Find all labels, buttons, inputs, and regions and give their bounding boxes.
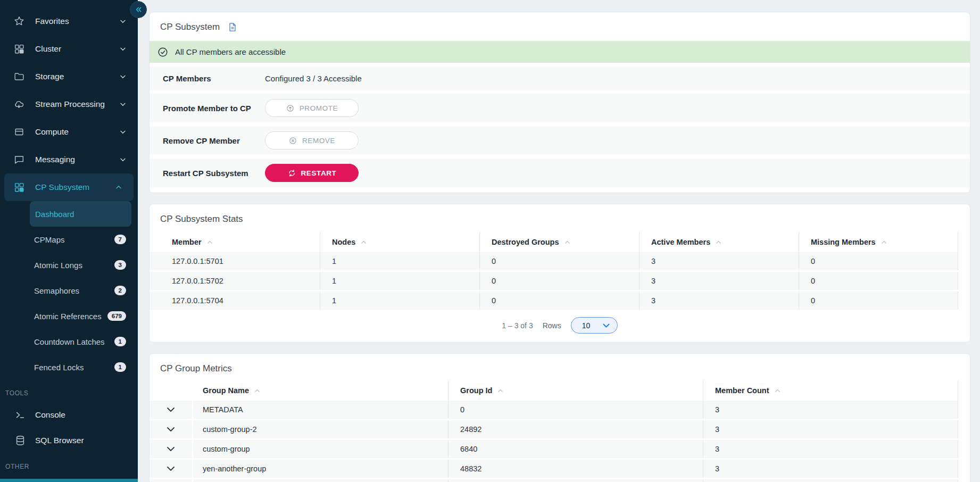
cell-group-name: custom-group-2 [193, 420, 448, 438]
chevron-down-icon [119, 17, 127, 26]
column-header-member-count[interactable]: Member Count [703, 380, 958, 401]
cell-group-id: 6840 [448, 440, 703, 458]
column-header-active-members[interactable]: Active Members [639, 232, 799, 252]
stats-card-title: CP Subsystem Stats [150, 214, 970, 225]
chevron-down-icon [119, 100, 127, 109]
cp-subsystem-stats-card: CP Subsystem Stats Member Nodes Destroye… [149, 204, 970, 343]
column-header-label: Group Name [203, 386, 249, 395]
x-circle-icon [288, 136, 297, 145]
sort-caret-icon [207, 240, 213, 244]
restart-button[interactable]: RESTART [265, 164, 359, 182]
sidebar-item-console[interactable]: Console [0, 402, 138, 428]
chevron-down-icon [119, 72, 127, 81]
sidebar-item-countdown-latches[interactable]: Countdown Latches 1 [0, 329, 138, 354]
sidebar-item-cpmaps[interactable]: CPMaps 7 [0, 227, 138, 252]
cell-member-count: 3 [703, 460, 958, 478]
sidebar-subitem-label: Fenced Locks [34, 363, 84, 372]
sidebar-collapse-button[interactable] [130, 1, 147, 18]
sidebar-item-favorites[interactable]: Favorites [0, 7, 138, 35]
page-title: CP Subsystem [160, 22, 220, 32]
sidebar-subitem-label: Atomic Longs [34, 261, 82, 270]
sidebar-item-cp-subsystem[interactable]: CP Subsystem [4, 173, 134, 201]
cell-group-name: custom-group [193, 440, 448, 458]
cell-destroyed-groups: 0 [479, 272, 639, 290]
count-badge: 2 [114, 286, 126, 295]
cp-subsystem-card: CP Subsystem All CP members are accessib… [149, 12, 970, 193]
count-badge: 1 [114, 362, 126, 372]
check-circle-icon [157, 46, 169, 58]
row-expander-button[interactable] [150, 420, 192, 438]
sidebar-item-stream-processing[interactable]: Stream Processing [0, 90, 138, 118]
cell-group-name: yen-another-group [193, 460, 448, 478]
count-badge: 7 [114, 235, 126, 244]
sidebar-item-atomic-longs[interactable]: Atomic Longs 3 [0, 252, 138, 278]
chevron-down-icon [167, 427, 175, 432]
sidebar-item-cluster[interactable]: Cluster [0, 35, 138, 63]
remove-member-row: Remove CP Member REMOVE [150, 126, 970, 155]
sidebar-item-messaging[interactable]: Messaging [0, 146, 138, 173]
sidebar-item-atomic-references[interactable]: Atomic References 679 [0, 303, 138, 329]
cell-member: 127.0.0.1:5702 [150, 272, 320, 290]
documentation-icon[interactable] [227, 22, 238, 32]
cell-member: 127.0.0.1:5701 [150, 252, 320, 270]
count-badge: 1 [114, 337, 126, 346]
cell-group-id: 48744 [448, 479, 703, 482]
column-header-destroyed-groups[interactable]: Destroyed Groups [479, 232, 639, 252]
remove-button[interactable]: REMOVE [265, 131, 359, 149]
column-header-member[interactable]: Member [150, 232, 320, 252]
cell-group-name: METADATA [193, 401, 448, 419]
sidebar-item-label: Favorites [35, 16, 69, 26]
card-title-row: CP Subsystem [150, 12, 970, 41]
expander-column-header [150, 380, 192, 401]
column-header-missing-members[interactable]: Missing Members [799, 232, 958, 252]
folder-icon [13, 70, 26, 83]
row-label: Restart CP Subsystem [150, 169, 265, 178]
row-expander-button[interactable] [150, 401, 192, 419]
row-expander-button[interactable] [150, 440, 192, 458]
cell-destroyed-groups: 0 [479, 252, 639, 270]
row-expander-button[interactable] [150, 479, 192, 482]
column-header-nodes[interactable]: Nodes [320, 232, 479, 252]
cp-members-row: CP Members Configured 3 / 3 Accessible [150, 67, 970, 90]
chevron-down-icon [119, 155, 127, 164]
column-header-label: Group Id [460, 386, 492, 395]
sidebar-item-dashboard[interactable]: Dashboard [30, 201, 131, 227]
chevron-down-icon [119, 45, 127, 53]
sidebar-subitem-label: Atomic References [34, 312, 102, 321]
sort-caret-icon [497, 389, 503, 393]
sidebar-item-label: Compute [35, 127, 69, 137]
sidebar-subitem-label: Countdown Latches [34, 337, 105, 346]
sidebar-item-label: SQL Browser [35, 436, 84, 445]
cluster-grid-icon [13, 43, 26, 55]
count-badge: 3 [114, 260, 126, 270]
sidebar-item-compute[interactable]: Compute [0, 118, 138, 146]
sidebar-item-semaphores[interactable]: Semaphores 2 [0, 278, 138, 303]
cell-group-name: another-group [193, 479, 448, 482]
remove-button-label: REMOVE [302, 137, 335, 145]
sort-caret-icon [564, 240, 570, 244]
groups-table-header: Group Name Group Id Member Count [150, 380, 970, 401]
arrow-up-circle-icon [286, 104, 295, 113]
sidebar-item-fenced-locks[interactable]: Fenced Locks 1 [0, 354, 138, 380]
cell-member-count: 3 [703, 440, 958, 458]
sidebar-item-sql-browser[interactable]: SQL Browser [0, 428, 138, 453]
message-bubble-icon [13, 153, 26, 166]
double-chevron-left-icon [134, 5, 143, 14]
promote-button[interactable]: PROMOTE [265, 99, 359, 117]
column-header-group-name[interactable]: Group Name [193, 380, 448, 401]
sort-caret-icon [361, 240, 367, 244]
sidebar-item-storage[interactable]: Storage [0, 63, 138, 90]
chevron-down-icon [167, 447, 175, 452]
cell-missing-members: 0 [799, 272, 958, 290]
row-expander-button[interactable] [150, 460, 192, 478]
cell-active-members: 3 [639, 272, 799, 290]
column-header-label: Destroyed Groups [492, 238, 559, 246]
column-header-group-id[interactable]: Group Id [448, 380, 703, 401]
compute-box-icon [13, 126, 26, 138]
stats-table-header: Member Nodes Destroyed Groups Active Mem… [150, 232, 970, 252]
column-header-label: Active Members [651, 238, 710, 246]
cell-active-members: 3 [639, 292, 799, 310]
terminal-icon [14, 409, 27, 421]
main-content: CP Subsystem All CP members are accessib… [138, 0, 980, 482]
rows-per-page-select[interactable]: 10 [571, 317, 618, 334]
